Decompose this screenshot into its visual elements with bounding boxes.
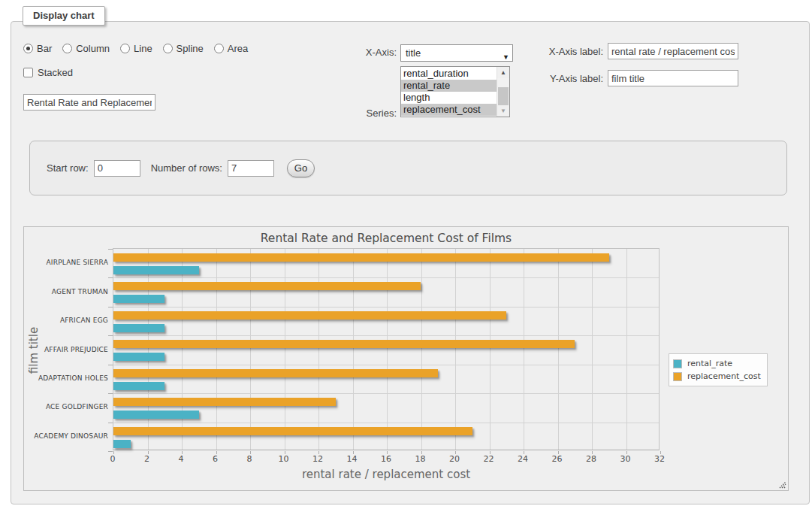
go-button[interactable]: Go bbox=[287, 159, 315, 177]
tick-mark bbox=[108, 423, 113, 423]
gridline bbox=[285, 249, 285, 450]
x-tick-label: 32 bbox=[647, 454, 672, 464]
legend-swatch bbox=[673, 359, 682, 368]
page: Display chart BarColumnLineSplineArea St… bbox=[0, 0, 812, 512]
bar-rental-rate bbox=[113, 411, 199, 419]
x-axis-select[interactable]: title ▼ bbox=[400, 44, 513, 62]
x-tick-label: 8 bbox=[237, 454, 262, 464]
category-label: AIRPLANE SIERRA bbox=[24, 259, 108, 266]
listbox-scrollbar[interactable]: ▲ ▼ bbox=[497, 67, 509, 117]
x-tick-label: 26 bbox=[545, 454, 570, 464]
bar-replacement-cost bbox=[113, 369, 438, 377]
legend-label: replacement_cost bbox=[687, 371, 761, 381]
radio-icon bbox=[163, 44, 173, 53]
scroll-up-icon[interactable]: ▲ bbox=[497, 67, 509, 78]
series-options: rental_durationrental_ratelengthreplacem… bbox=[401, 67, 497, 117]
x-axis-label-label: X-Axis label: bbox=[527, 46, 603, 57]
tick-mark bbox=[108, 277, 113, 278]
chart-type-label: Spline bbox=[177, 43, 204, 54]
x-tick-label: 20 bbox=[442, 454, 467, 464]
x-tick-label: 2 bbox=[134, 454, 160, 464]
category-label: AFRICAN EGG bbox=[24, 317, 108, 324]
chart-type-area[interactable]: Area bbox=[214, 43, 248, 54]
x-axis-label-input[interactable] bbox=[608, 43, 738, 59]
category-label: ACADEMY DINOSAUR bbox=[24, 432, 108, 440]
series-option[interactable]: rental_duration bbox=[401, 68, 497, 80]
x-tick-label: 14 bbox=[340, 454, 365, 464]
gridline bbox=[113, 335, 659, 336]
x-axis-select-label: X-Axis: bbox=[309, 47, 397, 58]
chart-type-line[interactable]: Line bbox=[120, 43, 152, 54]
y-axis-label-label: Y-Axis label: bbox=[527, 73, 603, 84]
chart-type-label: Line bbox=[134, 43, 152, 54]
chart-type-bar[interactable]: Bar bbox=[23, 43, 52, 54]
radio-icon bbox=[62, 44, 72, 53]
x-tick-label: 0 bbox=[100, 454, 125, 464]
category-label: ACE GOLDFINGER bbox=[24, 403, 108, 411]
x-axis-selected-value: title bbox=[406, 47, 421, 59]
panel-title: Display chart bbox=[23, 6, 105, 26]
x-tick-label: 4 bbox=[168, 454, 194, 464]
x-tick-label: 18 bbox=[408, 454, 433, 464]
gridline bbox=[421, 249, 422, 450]
x-tick-label: 6 bbox=[203, 454, 228, 464]
gridline bbox=[318, 249, 319, 450]
chart-type-label: Column bbox=[76, 43, 110, 54]
bar-rental-rate bbox=[113, 353, 165, 361]
scroll-down-icon[interactable]: ▼ bbox=[497, 105, 509, 117]
y-axis-label-input[interactable] bbox=[608, 70, 738, 86]
rows-form-panel: Start row: Number of rows: Go bbox=[29, 141, 787, 195]
gridline bbox=[592, 249, 593, 450]
bar-replacement-cost bbox=[113, 253, 609, 262]
gridline bbox=[113, 423, 659, 423]
tick-mark bbox=[108, 365, 113, 365]
legend-item: rental_rate bbox=[673, 357, 761, 370]
gridline bbox=[490, 249, 491, 450]
bar-replacement-cost bbox=[113, 340, 575, 348]
scrollbar-thumb[interactable] bbox=[498, 87, 509, 106]
gridline bbox=[182, 249, 183, 450]
resize-handle-icon[interactable] bbox=[777, 480, 786, 489]
category-label: AFFAIR PREJUDICE bbox=[24, 346, 108, 353]
start-row-input[interactable] bbox=[94, 160, 140, 177]
bar-replacement-cost bbox=[113, 282, 421, 290]
chart-legend: rental_ratereplacement_cost bbox=[669, 353, 768, 386]
chart-title-input[interactable] bbox=[23, 94, 155, 111]
gridline bbox=[387, 249, 388, 450]
bar-replacement-cost bbox=[113, 398, 336, 406]
bar-rental-rate bbox=[113, 324, 165, 332]
bar-replacement-cost bbox=[113, 427, 472, 435]
x-tick-label: 28 bbox=[578, 454, 604, 464]
chevron-down-icon: ▼ bbox=[503, 50, 509, 65]
gridline bbox=[113, 277, 659, 278]
radio-icon bbox=[214, 44, 224, 53]
chart-type-label: Area bbox=[228, 43, 248, 54]
series-option[interactable]: length bbox=[401, 92, 497, 104]
gridline bbox=[626, 249, 627, 450]
legend-swatch bbox=[673, 372, 682, 381]
category-label: ADAPTATION HOLES bbox=[24, 374, 108, 382]
gridline bbox=[113, 393, 659, 394]
x-tick-label: 12 bbox=[305, 454, 331, 464]
tick-mark bbox=[108, 249, 113, 250]
stacked-checkbox[interactable]: Stacked bbox=[23, 67, 73, 78]
bar-replacement-cost bbox=[113, 311, 506, 320]
gridline bbox=[524, 249, 524, 450]
bar-rental-rate bbox=[113, 382, 165, 390]
bar-rental-rate bbox=[113, 266, 199, 274]
chart-type-spline[interactable]: Spline bbox=[163, 43, 204, 54]
chart-panel: Rental Rate and Replacement Cost of Film… bbox=[23, 226, 789, 491]
category-label: AGENT TRUMAN bbox=[24, 288, 108, 295]
gridline bbox=[216, 249, 217, 450]
chart-type-label: Bar bbox=[37, 43, 52, 54]
chart-type-column[interactable]: Column bbox=[62, 43, 110, 54]
legend-label: rental_rate bbox=[687, 359, 732, 368]
num-rows-label: Number of rows: bbox=[151, 162, 222, 174]
series-listbox[interactable]: rental_durationrental_ratelengthreplacem… bbox=[400, 66, 510, 117]
num-rows-input[interactable] bbox=[228, 160, 274, 177]
gridline bbox=[148, 249, 149, 450]
radio-icon bbox=[23, 44, 33, 53]
series-option[interactable]: replacement_cost bbox=[401, 104, 497, 116]
tick-mark bbox=[108, 335, 113, 336]
series-option[interactable]: rental_rate bbox=[401, 80, 497, 92]
